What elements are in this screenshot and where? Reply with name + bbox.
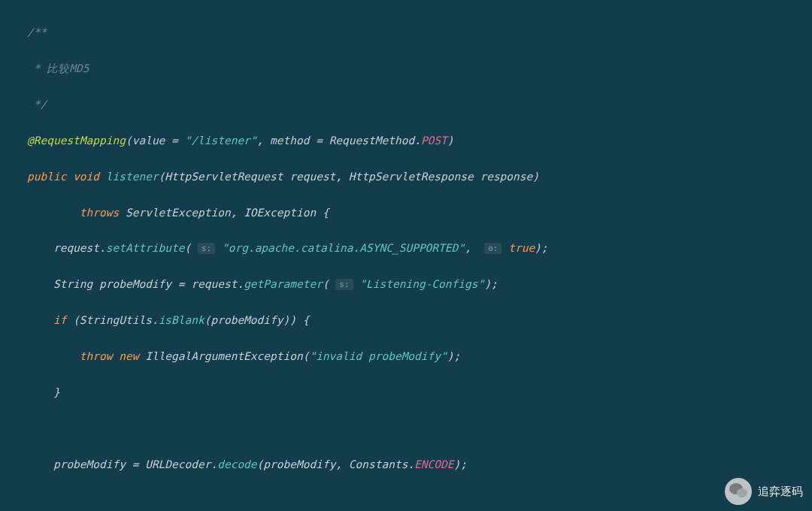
watermark: 追弈逐码 [725,478,803,505]
var-decl: probeModify [99,278,171,290]
code-line: String probeModify = request.getParamete… [27,276,812,294]
method-call: getParameter [244,278,323,290]
comment-close: */ [27,98,47,110]
class-ref: Constants [349,458,408,470]
code-line [27,492,812,510]
class-ref: StringUtils [80,314,152,326]
method-call: decode [217,458,256,470]
class-ref: IllegalArgumentException [145,350,303,362]
type: String [53,278,92,290]
string-literal: "invalid probeModify" [309,350,447,362]
string-literal: "/listener" [185,135,257,147]
method-call: setAttribute [106,242,185,254]
keyword-public: public [27,171,66,183]
class-ref: RequestMethod [329,135,415,147]
var-ref: probeModify [53,458,126,470]
exception-type: IOException [244,207,316,219]
exception-type: ServletException [126,207,231,219]
param-name: request [289,171,335,183]
method-name: listener [106,171,159,183]
keyword-if: if [53,314,66,326]
code-line: } [27,384,812,402]
var-ref: request [53,242,99,254]
string-literal: "Listening-Configs" [359,278,484,290]
param-name: response [480,171,532,183]
attr-key: value [132,135,165,147]
code-line: request.setAttribute( s: "org.apache.cat… [27,240,812,258]
keyword-throw: throw [80,350,113,362]
attr-key: method [270,135,309,147]
code-editor: /** * 比较MD5 */ @RequestMapping(value = "… [0,6,812,511]
annotation: @RequestMapping [27,135,126,147]
param-hint: s: [198,243,215,254]
class-ref: URLDecoder [145,458,211,470]
code-line: probeModify = URLDecoder.decode(probeMod… [27,456,812,474]
code-line: throw new IllegalArgumentException("inva… [27,348,812,366]
watermark-text: 追弈逐码 [758,482,803,501]
code-line: if (StringUtils.isBlank(probeModify)) { [27,312,812,330]
param-type: HttpServletRequest [165,171,283,183]
code-line: /** [27,24,812,42]
keyword-new: new [119,350,138,362]
comment-text: * 比较MD5 [27,62,89,74]
param-type: HttpServletResponse [349,171,474,183]
method-call: isBlank [159,314,205,326]
var-ref: request [191,278,237,290]
code-line: @RequestMapping(value = "/listener", met… [27,132,812,150]
enum-const: POST [421,135,447,147]
var-ref: probeModify [211,314,283,326]
code-line: * 比较MD5 [27,60,812,78]
code-line: */ [27,96,812,114]
param-hint: s: [335,279,353,290]
string-literal: "org.apache.catalina.ASYNC_SUPPORTED" [222,242,465,254]
wechat-icon [725,478,752,505]
comment-open: /** [27,26,47,38]
code-line [27,420,812,438]
keyword-void: void [73,171,99,183]
code-line: throws ServletException, IOException { [27,204,812,222]
var-ref: probeModify [263,458,335,470]
bool-literal: true [508,242,535,254]
param-hint: o: [484,243,501,254]
const-ref: ENCODE [414,458,453,470]
keyword-throws: throws [80,207,119,219]
code-line: public void listener(HttpServletRequest … [27,168,812,186]
